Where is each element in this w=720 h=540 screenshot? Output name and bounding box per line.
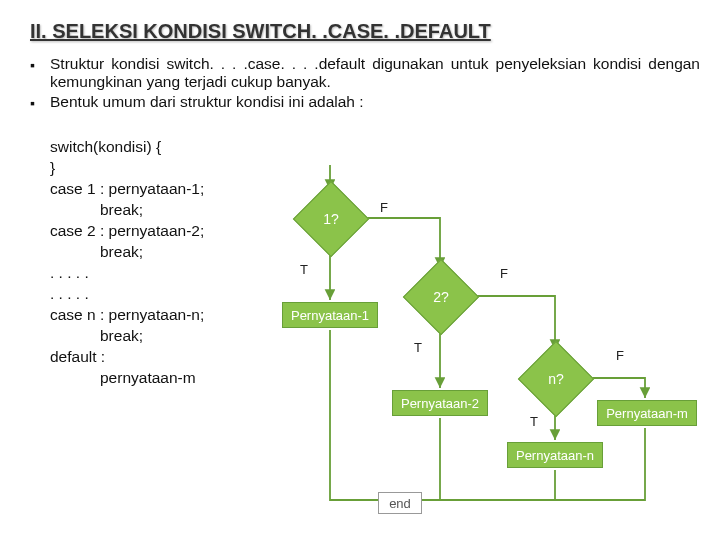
code-line: break; [50, 241, 700, 262]
code-line: . . . . . [50, 264, 89, 281]
process-m: Pernyataan-m [597, 400, 697, 426]
paragraph-1: Struktur kondisi switch. . . .case. . . … [50, 55, 700, 91]
code-line: pernyataan-m [50, 367, 700, 388]
code-line: case n : pernyataan-n; [50, 306, 204, 323]
code-line: switch(kondisi) { [50, 138, 161, 155]
code-line: break; [50, 325, 700, 346]
end-box: end [378, 492, 422, 514]
label-t: T [530, 414, 538, 429]
slide-title: II. SELEKSI KONDISI SWITCH. .CASE. .DEFA… [30, 20, 491, 43]
body-text: ▪ Struktur kondisi switch. . . .case. . … [30, 55, 700, 388]
bullet-icon: ▪ [30, 55, 50, 75]
process-2: Pernyataan-2 [392, 390, 488, 416]
process-n: Pernyataan-n [507, 442, 603, 468]
code-line: case 1 : pernyataan-1; [50, 180, 204, 197]
code-line: default : [50, 348, 105, 365]
code-line: case 2 : pernyataan-2; [50, 222, 204, 239]
bullet-icon: ▪ [30, 93, 50, 113]
code-block: switch(kondisi) { } case 1 : pernyataan-… [50, 115, 700, 388]
code-line: break; [50, 199, 700, 220]
code-line: } [50, 159, 55, 176]
paragraph-2: Bentuk umum dari struktur kondisi ini ad… [50, 93, 700, 111]
code-line: . . . . . [50, 285, 89, 302]
